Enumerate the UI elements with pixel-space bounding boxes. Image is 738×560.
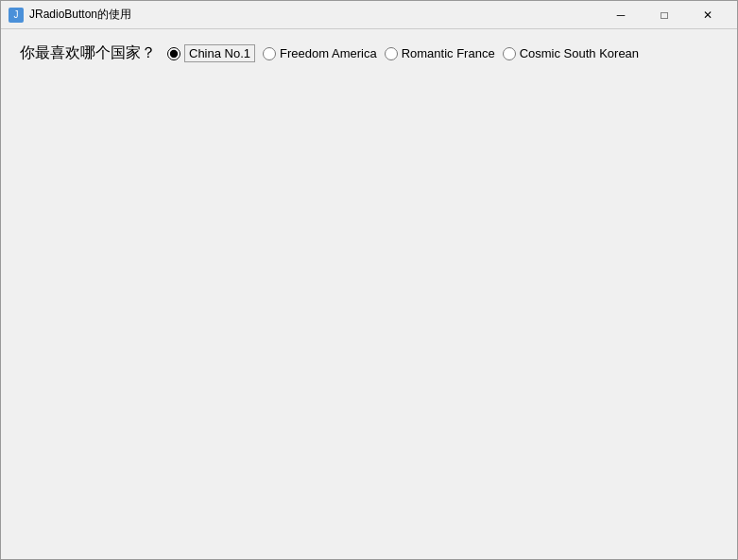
titlebar: J JRadioButton的使用 ─ □ ✕	[1, 1, 737, 29]
radio-label-america[interactable]: Freedom America	[280, 46, 377, 60]
radio-america[interactable]	[263, 47, 276, 60]
maximize-button[interactable]: □	[643, 1, 686, 29]
radio-item-korea[interactable]: Cosmic South Korean	[503, 46, 639, 60]
app-icon: J	[9, 8, 24, 23]
radio-group: 你最喜欢哪个国家？ China No.1 Freedom America Rom…	[20, 43, 718, 63]
minimize-button[interactable]: ─	[599, 1, 643, 29]
window-title: JRadioButton的使用	[29, 7, 599, 23]
radio-item-china[interactable]: China No.1	[167, 44, 255, 62]
content-area: 你最喜欢哪个国家？ China No.1 Freedom America Rom…	[1, 29, 737, 559]
close-button[interactable]: ✕	[686, 1, 729, 29]
radio-label-korea[interactable]: Cosmic South Korean	[520, 46, 639, 60]
window-controls: ─ □ ✕	[599, 1, 729, 29]
radio-item-france[interactable]: Romantic France	[385, 46, 495, 60]
radio-label-france[interactable]: Romantic France	[402, 46, 495, 60]
question-label: 你最喜欢哪个国家？	[20, 43, 156, 63]
radio-label-china[interactable]: China No.1	[184, 44, 255, 62]
radio-china[interactable]	[167, 47, 180, 60]
radio-item-america[interactable]: Freedom America	[263, 46, 377, 60]
radio-france[interactable]	[385, 47, 398, 60]
radio-korea[interactable]	[503, 47, 516, 60]
main-window: J JRadioButton的使用 ─ □ ✕ 你最喜欢哪个国家？ China …	[0, 0, 738, 560]
